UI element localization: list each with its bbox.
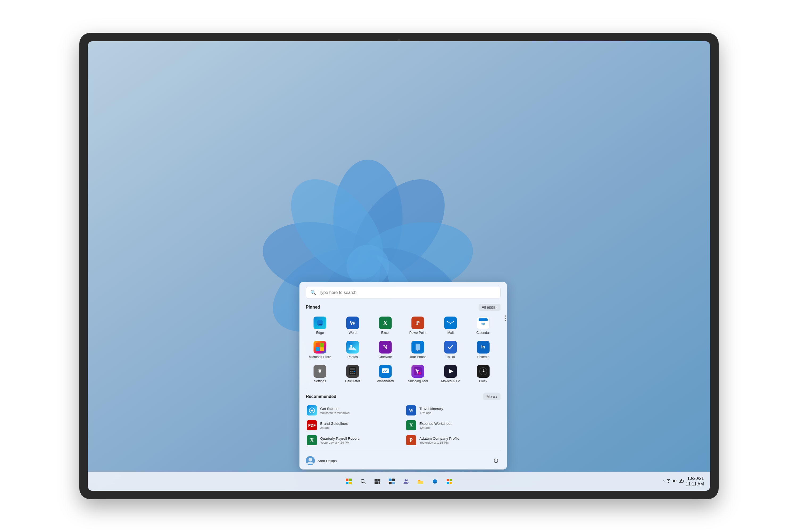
rec-title-brand: Brand Guidelines — [320, 422, 400, 425]
rec-title-adatum: Adatum Company Profile — [419, 437, 499, 440]
more-button[interactable]: More › — [483, 393, 500, 400]
svg-rect-23 — [447, 343, 454, 351]
chevron-up-icon[interactable]: ^ — [663, 479, 665, 483]
pinned-app-excel[interactable]: X Excel — [369, 314, 401, 337]
user-bar: Sara Philips — [300, 453, 507, 467]
excel-app-label: Excel — [381, 331, 390, 335]
svg-rect-57 — [392, 478, 395, 481]
mail-app-icon — [444, 317, 457, 329]
rec-item-travel[interactable]: W Travel Itinerary 17m ago — [403, 403, 502, 418]
clock-app-label: Clock — [479, 379, 487, 383]
rec-time-payroll: Yesterday at 4:24 PM — [320, 441, 400, 444]
pinned-app-msstore[interactable]: Microsoft Store — [304, 338, 336, 361]
svg-rect-10 — [447, 320, 454, 326]
payroll-icon: X — [307, 435, 317, 445]
svg-point-45 — [308, 458, 312, 461]
pinned-app-whiteboard[interactable]: Whiteboard — [369, 362, 401, 385]
overflow-dots[interactable] — [504, 313, 507, 323]
search-input[interactable] — [319, 290, 496, 295]
pinned-app-settings[interactable]: Settings — [304, 362, 336, 385]
taskbar-taskview-button[interactable] — [372, 476, 383, 487]
rec-text-payroll: Quarterly Payroll Report Yesterday at 4:… — [320, 437, 400, 444]
excel-app-icon: X — [379, 317, 392, 329]
user-info[interactable]: Sara Philips — [306, 456, 337, 465]
pinned-app-photos[interactable]: Photos — [337, 338, 368, 361]
pinned-app-powerpoint[interactable]: P PowerPoint — [402, 314, 434, 337]
pinned-app-word[interactable]: W Word — [337, 314, 368, 337]
edge-app-label: Edge — [316, 331, 324, 335]
rec-text-get-started: Get Started Welcome to Windows — [320, 407, 400, 414]
svg-point-42 — [482, 371, 483, 372]
rec-item-adatum[interactable]: P Adatum Company Profile Yesterday at 1:… — [403, 433, 502, 448]
calendar-app-icon: 20 — [477, 317, 490, 329]
divider-bottom — [306, 451, 500, 451]
taskbar-clock[interactable]: 10/20/21 11:11 AM — [686, 476, 704, 487]
pinned-app-calendar[interactable]: 20 Calendar — [467, 314, 499, 337]
svg-rect-63 — [450, 479, 452, 481]
pinned-app-onenote[interactable]: N OneNote — [369, 338, 401, 361]
pinned-app-yourphone[interactable]: Your Phone — [402, 338, 434, 361]
taskbar-edge-button[interactable] — [429, 476, 441, 487]
system-tray-icons[interactable]: ^ — [663, 478, 684, 484]
power-button[interactable] — [492, 456, 500, 465]
dot-3 — [505, 320, 506, 321]
settings-app-label: Settings — [314, 379, 326, 383]
taskbar-date: 10/20/21 — [686, 476, 704, 481]
svg-marker-66 — [673, 479, 676, 482]
rec-item-get-started[interactable]: Get Started Welcome to Windows — [304, 403, 403, 418]
linkedin-app-icon: in — [477, 341, 490, 354]
rec-text-brand: Brand Guidelines 2h ago — [320, 422, 400, 429]
settings-app-icon — [314, 365, 326, 378]
pinned-app-todo[interactable]: To Do — [435, 338, 466, 361]
yourphone-app-icon — [412, 341, 424, 354]
svg-rect-56 — [389, 478, 392, 481]
dot-2 — [505, 318, 506, 319]
edge-app-icon — [314, 317, 326, 329]
rec-time-travel: 17m ago — [419, 411, 499, 414]
todo-app-icon — [444, 341, 457, 354]
pinned-app-mail[interactable]: Mail — [435, 314, 466, 337]
taskbar-widgets-button[interactable] — [386, 476, 398, 487]
taskbar-start-button[interactable] — [343, 476, 355, 487]
pinned-app-edge[interactable]: Edge — [304, 314, 336, 337]
svg-rect-12 — [478, 318, 488, 321]
pinned-label: Pinned — [306, 305, 320, 310]
clock-app-icon — [477, 365, 490, 378]
pinned-area: Edge W Word X Excel — [300, 313, 507, 386]
recommended-section-header: Recommended More › — [300, 391, 507, 402]
pinned-grid: Edge W Word X Excel — [300, 313, 504, 386]
linkedin-app-label: LinkedIn — [477, 355, 490, 359]
rec-text-travel: Travel Itinerary 17m ago — [419, 407, 499, 414]
rec-item-payroll[interactable]: X Quarterly Payroll Report Yesterday at … — [304, 433, 403, 448]
svg-rect-58 — [389, 482, 392, 484]
pinned-app-clock[interactable]: Clock — [467, 362, 499, 385]
taskbar: ^ 10/20/21 11:11 AM — [88, 472, 710, 491]
expense-icon: X — [406, 420, 416, 431]
pinned-app-movies[interactable]: Movies & TV — [435, 362, 466, 385]
taskbar-teams-button[interactable] — [400, 476, 412, 487]
svg-rect-31 — [354, 373, 355, 374]
taskbar-store-button[interactable] — [443, 476, 455, 487]
pinned-app-linkedin[interactable]: in LinkedIn — [467, 338, 499, 361]
word-app-label: Word — [349, 331, 357, 335]
get-started-icon — [307, 405, 317, 416]
whiteboard-app-label: Whiteboard — [377, 379, 394, 383]
photos-app-label: Photos — [347, 355, 358, 359]
avatar — [306, 456, 315, 465]
pinned-app-calculator[interactable]: Calculator — [337, 362, 368, 385]
rec-item-brand[interactable]: PDF Brand Guidelines 2h ago — [304, 418, 403, 433]
snipping-app-icon — [412, 365, 424, 378]
svg-point-60 — [404, 479, 407, 481]
svg-point-22 — [417, 350, 418, 351]
pinned-section-header: Pinned All apps › — [300, 302, 507, 313]
taskbar-search-button[interactable] — [357, 476, 369, 487]
pinned-app-snipping[interactable]: Snipping Tool — [402, 362, 434, 385]
all-apps-button[interactable]: All apps › — [478, 304, 500, 311]
taskbar-explorer-button[interactable] — [415, 476, 426, 487]
rec-item-expense[interactable]: X Expense Worksheet 12h ago — [403, 418, 502, 433]
search-bar[interactable]: 🔍 — [306, 287, 500, 299]
svg-rect-47 — [349, 478, 352, 481]
wifi-icon — [666, 478, 671, 484]
svg-rect-53 — [377, 479, 380, 481]
photos-app-icon — [346, 341, 359, 354]
